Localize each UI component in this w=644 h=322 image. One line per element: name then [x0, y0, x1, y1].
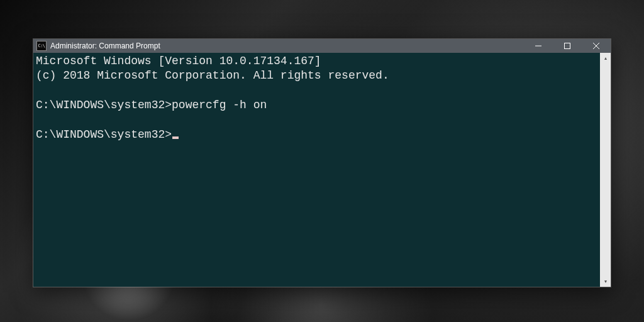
text-cursor — [172, 136, 179, 139]
console-area: Microsoft Windows [Version 10.0.17134.16… — [33, 53, 611, 287]
scroll-track[interactable] — [600, 64, 611, 276]
window-controls — [524, 39, 611, 53]
blank-line — [36, 84, 597, 98]
maximize-button[interactable] — [553, 39, 582, 53]
typed-command: powercfg -h on — [172, 99, 267, 111]
window-title: Administrator: Command Prompt — [50, 42, 524, 50]
prompt-path: C:\WINDOWS\system32> — [36, 99, 172, 111]
scroll-down-button[interactable]: ▾ — [600, 276, 611, 287]
close-button[interactable] — [582, 39, 611, 53]
prompt-path: C:\WINDOWS\system32> — [36, 128, 172, 141]
maximize-icon — [564, 43, 570, 49]
cmd-icon: C:\ — [36, 41, 47, 51]
vertical-scrollbar[interactable]: ▴ ▾ — [600, 53, 611, 287]
banner-line: (c) 2018 Microsoft Corporation. All righ… — [36, 69, 597, 83]
chevron-down-icon: ▾ — [604, 279, 607, 284]
blank-line — [36, 113, 597, 128]
banner-line: Microsoft Windows [Version 10.0.17134.16… — [36, 54, 597, 69]
svg-rect-0 — [565, 43, 570, 49]
chevron-up-icon: ▴ — [604, 55, 607, 61]
scroll-up-button[interactable]: ▴ — [600, 53, 611, 64]
prompt-line: C:\WINDOWS\system32> — [36, 128, 597, 142]
close-icon — [593, 43, 599, 49]
command-prompt-window: C:\ Administrator: Command Prompt Micros… — [33, 38, 611, 287]
titlebar[interactable]: C:\ Administrator: Command Prompt — [33, 39, 611, 53]
minimize-icon — [535, 43, 541, 49]
prompt-line: C:\WINDOWS\system32>powercfg -h on — [36, 98, 597, 113]
minimize-button[interactable] — [524, 39, 553, 53]
console-output[interactable]: Microsoft Windows [Version 10.0.17134.16… — [33, 53, 600, 287]
